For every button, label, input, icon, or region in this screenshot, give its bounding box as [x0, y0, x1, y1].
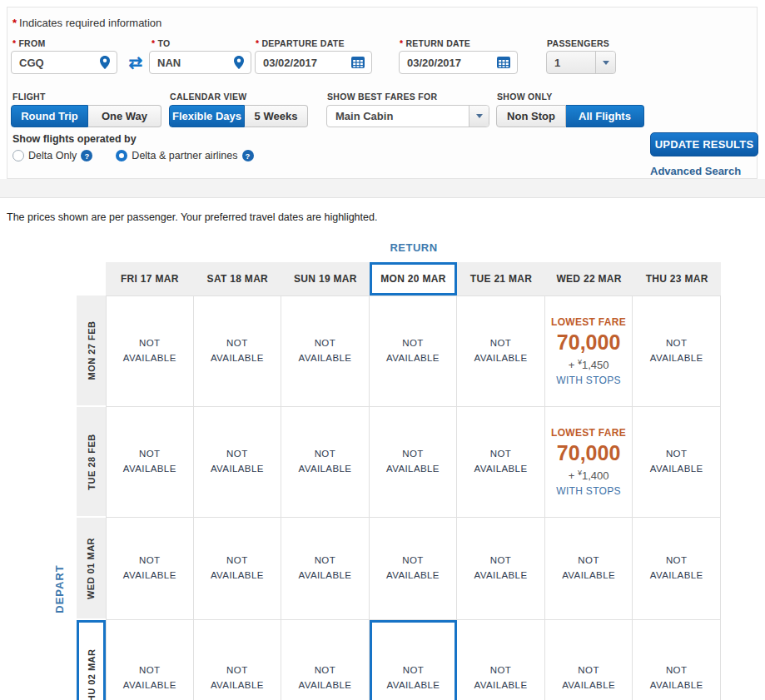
return-date-input[interactable]: 03/20/2017: [399, 51, 518, 74]
departure-date-input[interactable]: 03/02/2017: [255, 51, 372, 74]
from-input[interactable]: CGQ: [11, 51, 117, 74]
section-divider: [0, 179, 765, 198]
prices-note: The prices shown are per passenger. Your…: [7, 211, 377, 223]
calendar-icon[interactable]: [351, 57, 365, 68]
row-header-wed-01-mar: WED 01 MAR: [77, 518, 106, 620]
fare-cell-not-available: NOTAVAILABLE: [281, 620, 370, 700]
matrix-row-tue-28-feb: TUE 28 FEBNOTAVAILABLENOTAVAILABLENOTAVA…: [77, 407, 721, 518]
all-flights-button[interactable]: All Flights: [566, 105, 644, 127]
row-header-tue-28-feb: TUE 28 FEB: [77, 407, 106, 518]
depart-axis-label: DEPART: [53, 538, 66, 641]
fare-cell-not-available: NOTAVAILABLE: [457, 407, 545, 518]
matrix-row-thu-02-mar: THU 02 MARNOTAVAILABLENOTAVAILABLENOTAVA…: [77, 620, 721, 700]
fare-cell-not-available: NOTAVAILABLE: [106, 620, 194, 700]
fare-cell-not-available: NOTAVAILABLE: [370, 518, 458, 620]
show-best-fares-label: SHOW BEST FARES FOR: [327, 92, 437, 102]
delta-partner-radio-label: Delta & partner airlines: [132, 150, 237, 161]
calendar-icon[interactable]: [497, 57, 510, 68]
fare-cell-not-available: NOTAVAILABLE: [370, 295, 458, 407]
matrix-row-mon-27-feb: MON 27 FEBNOTAVAILABLENOTAVAILABLENOTAVA…: [77, 295, 721, 407]
column-header-wed-22-mar: WED 22 MAR: [545, 262, 633, 295]
chevron-down-icon[interactable]: [595, 52, 615, 73]
delta-only-radio[interactable]: [12, 150, 24, 161]
fare-cell-not-available: NOTAVAILABLE: [545, 620, 633, 700]
fare-matrix-body: MON 27 FEBNOTAVAILABLENOTAVAILABLENOTAVA…: [77, 295, 721, 700]
matrix-row-wed-01-mar: WED 01 MARNOTAVAILABLENOTAVAILABLENOTAVA…: [77, 518, 721, 620]
column-header-sat-18-mar: SAT 18 MAR: [194, 262, 282, 295]
column-header-fri-17-mar: FRI 17 MAR: [106, 262, 194, 295]
round-trip-button[interactable]: Round Trip: [11, 105, 88, 127]
fare-cell-not-available: NOTAVAILABLE: [457, 295, 545, 407]
fare-class-select[interactable]: Main Cabin: [326, 105, 489, 127]
fare-cell-not-available: NOTAVAILABLE: [281, 518, 370, 620]
swap-airports-icon[interactable]: ⇄: [123, 52, 148, 72]
fare-cell-not-available: NOTAVAILABLE: [106, 518, 194, 620]
required-info-note: *Indicates required information: [12, 17, 161, 29]
fare-cell-not-available: NOTAVAILABLE: [633, 620, 721, 700]
row-header-mon-27-feb: MON 27 FEB: [77, 295, 106, 407]
return-axis-label: RETURN: [370, 241, 458, 254]
fare-cell-lowest-fare[interactable]: LOWEST FARE70,000+ ¥1,450WITH STOPS: [545, 295, 633, 407]
to-input[interactable]: NAN: [149, 51, 251, 74]
fare-cell-not-available: NOTAVAILABLE: [194, 518, 282, 620]
column-header-tue-21-mar: TUE 21 MAR: [457, 262, 545, 295]
one-way-button[interactable]: One Way: [88, 105, 161, 127]
fare-cell-not-available: NOTAVAILABLE: [281, 407, 370, 518]
departure-date-label: *DEPARTURE DATE: [256, 38, 345, 48]
fare-cell-not-available: NOTAVAILABLE: [457, 620, 545, 700]
fare-cell-not-available: NOTAVAILABLE: [281, 295, 370, 407]
delta-only-radio-label: Delta Only: [28, 150, 77, 161]
fare-cell-not-available: NOTAVAILABLE: [633, 407, 721, 518]
operated-by-radio-group: Delta Only ? Delta & partner airlines ?: [12, 150, 254, 161]
fare-cell-not-available: NOTAVAILABLE: [106, 295, 194, 407]
column-header-sun-19-mar: SUN 19 MAR: [281, 262, 370, 295]
passengers-select[interactable]: 1: [546, 51, 616, 74]
return-date-label: *RETURN DATE: [400, 38, 470, 48]
column-header-thu-23-mar: THU 23 MAR: [633, 262, 721, 295]
fare-cell-not-available: NOTAVAILABLE: [633, 295, 721, 407]
help-icon[interactable]: ?: [81, 150, 92, 161]
location-pin-icon: [100, 56, 110, 69]
fare-cell-not-available: NOTAVAILABLE: [194, 295, 282, 407]
fare-cell-not-available: NOTAVAILABLE: [370, 620, 458, 700]
fare-cell-not-available: NOTAVAILABLE: [194, 407, 282, 518]
fare-cell-not-available: NOTAVAILABLE: [633, 518, 721, 620]
help-icon[interactable]: ?: [242, 150, 254, 161]
to-label: *TO: [152, 38, 170, 48]
column-header-mon-20-mar: MON 20 MAR: [370, 262, 458, 295]
fare-cell-not-available: NOTAVAILABLE: [194, 620, 282, 700]
flight-label: FLIGHT: [12, 92, 46, 102]
operated-by-label: Show flights operated by: [12, 133, 137, 145]
fare-cell-not-available: NOTAVAILABLE: [106, 407, 194, 518]
flexible-days-button[interactable]: Flexible Days: [169, 105, 245, 127]
from-label: *FROM: [12, 38, 46, 48]
fare-matrix-column-headers: FRI 17 MARSAT 18 MARSUN 19 MARMON 20 MAR…: [106, 262, 721, 295]
show-only-label: SHOW ONLY: [497, 92, 552, 102]
calendar-view-label: CALENDAR VIEW: [170, 92, 247, 102]
row-header-thu-02-mar: THU 02 MAR: [77, 620, 106, 700]
fare-cell-not-available: NOTAVAILABLE: [457, 518, 545, 620]
update-results-button[interactable]: UPDATE RESULTS: [650, 132, 758, 156]
five-weeks-button[interactable]: 5 Weeks: [245, 105, 308, 127]
location-pin-icon: [234, 56, 244, 69]
chevron-down-icon[interactable]: [469, 106, 489, 127]
non-stop-button[interactable]: Non Stop: [496, 105, 566, 127]
fare-cell-not-available: NOTAVAILABLE: [370, 407, 458, 518]
passengers-label: PASSENGERS: [547, 38, 609, 48]
required-asterisk: *: [12, 17, 17, 29]
advanced-search-link[interactable]: Advanced Search: [650, 165, 741, 177]
flight-search-panel: *Indicates required information *FROM *T…: [7, 7, 758, 179]
fare-cell-not-available: NOTAVAILABLE: [545, 518, 633, 620]
fare-cell-lowest-fare[interactable]: LOWEST FARE70,000+ ¥1,400WITH STOPS: [545, 407, 633, 518]
delta-partner-radio[interactable]: [116, 150, 127, 161]
